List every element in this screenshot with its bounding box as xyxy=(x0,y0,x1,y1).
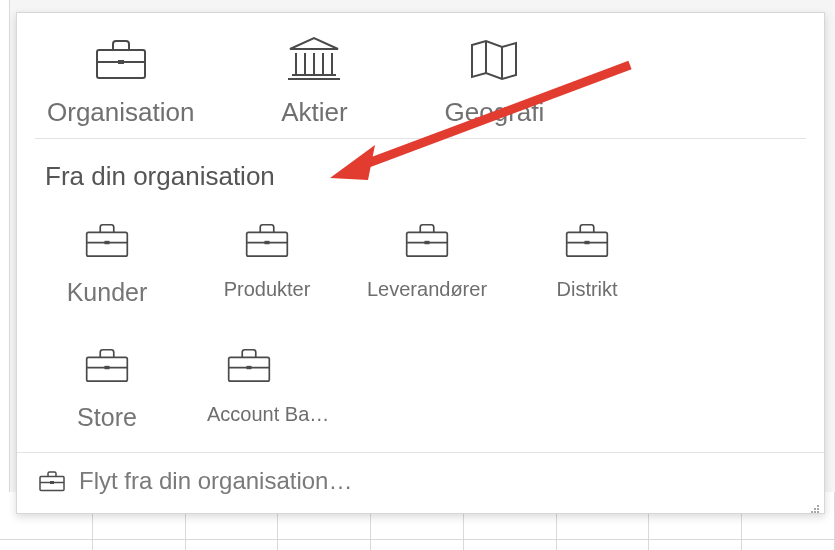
briefcase-icon xyxy=(565,212,609,268)
briefcase-icon xyxy=(85,337,129,393)
org-items-row: Kunder Produkter Leverandører Distrikt S… xyxy=(17,202,824,452)
svg-point-37 xyxy=(814,511,816,513)
item-label: Distrikt xyxy=(557,278,618,301)
item-produkter[interactable]: Produkter xyxy=(207,212,327,301)
resize-grip-icon[interactable] xyxy=(810,500,820,510)
svg-rect-15 xyxy=(247,232,288,256)
footer-text: Flyt fra din organisation… xyxy=(79,467,352,495)
svg-rect-32 xyxy=(50,481,54,484)
item-store[interactable]: Store xyxy=(47,337,167,432)
svg-rect-12 xyxy=(87,232,128,256)
svg-rect-20 xyxy=(424,241,429,244)
item-kunder[interactable]: Kunder xyxy=(47,212,167,307)
briefcase-icon xyxy=(405,212,449,268)
svg-rect-21 xyxy=(567,232,608,256)
briefcase-icon xyxy=(39,470,65,492)
briefcase-icon xyxy=(85,212,129,268)
item-accountba[interactable]: Account Ba… xyxy=(207,337,347,426)
svg-rect-17 xyxy=(264,241,269,244)
data-types-panel: Organisation Aktier xyxy=(16,12,825,514)
svg-rect-27 xyxy=(229,357,270,381)
institution-icon xyxy=(286,31,342,87)
item-leverandorer[interactable]: Leverandører xyxy=(367,212,487,301)
briefcase-icon xyxy=(207,337,271,393)
svg-rect-18 xyxy=(407,232,448,256)
map-icon xyxy=(466,31,522,87)
svg-point-36 xyxy=(811,511,813,513)
item-label: Store xyxy=(77,403,137,432)
svg-rect-24 xyxy=(87,357,128,381)
item-geografi[interactable]: Geografi xyxy=(434,31,554,128)
item-label: Geografi xyxy=(445,97,545,128)
item-distrikt[interactable]: Distrikt xyxy=(527,212,647,301)
svg-point-35 xyxy=(817,508,819,510)
item-label: Aktier xyxy=(281,97,347,128)
footer-move-shared[interactable]: Flyt fra din organisation… xyxy=(17,452,824,513)
briefcase-icon xyxy=(245,212,289,268)
svg-point-33 xyxy=(817,505,819,507)
item-label: Leverandører xyxy=(367,278,487,301)
svg-rect-23 xyxy=(585,241,590,244)
briefcase-icon xyxy=(95,31,147,87)
section-title: Fra din organisation xyxy=(17,139,824,202)
item-label: Organisation xyxy=(47,97,194,128)
item-label: Account Ba… xyxy=(207,403,329,426)
svg-point-34 xyxy=(814,508,816,510)
svg-rect-29 xyxy=(246,366,251,369)
svg-rect-26 xyxy=(104,366,109,369)
svg-rect-14 xyxy=(104,241,109,244)
item-label: Produkter xyxy=(224,278,311,301)
top-row: Organisation Aktier xyxy=(17,13,824,138)
svg-rect-2 xyxy=(118,60,124,64)
svg-point-38 xyxy=(817,511,819,513)
item-label: Kunder xyxy=(67,278,148,307)
item-aktier[interactable]: Aktier xyxy=(254,31,374,128)
item-organisation[interactable]: Organisation xyxy=(47,31,194,128)
